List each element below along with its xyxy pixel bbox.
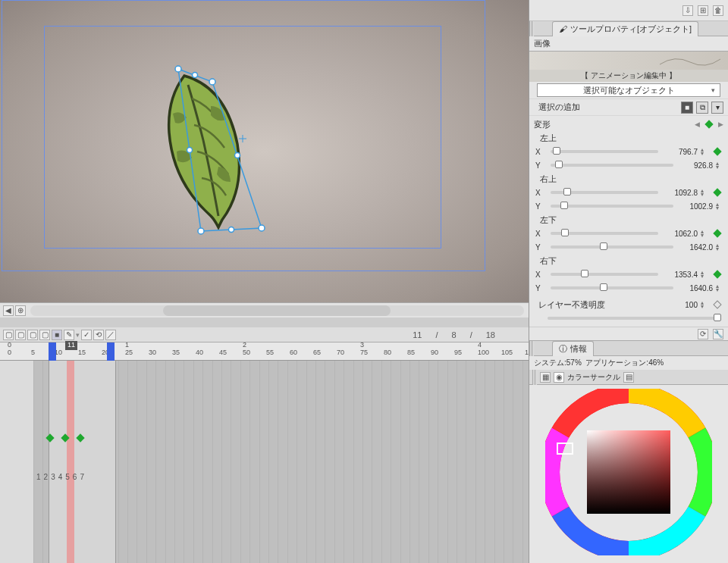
tl-sep: ▾ [76,331,80,339]
tool-property-tab[interactable]: 🖌 ツールプロパティ[オブジェクト] [552,21,698,36]
leaf-artwork[interactable] [150,68,279,235]
color-drag-handle[interactable] [532,370,537,385]
bl-keyframe[interactable] [713,229,721,237]
next-key-icon[interactable]: ▶ [718,120,723,128]
spin-icon[interactable]: ▴▾ [701,148,708,155]
preview-strip [529,52,728,70]
layer-opacity-label: レイヤー不透明度 [534,299,661,311]
bl-y-value[interactable]: 1642.0 [679,243,713,252]
tl-x-slider[interactable] [551,150,658,153]
scroll-left-icon[interactable]: ◀ [3,305,14,316]
bottom-right-label: 右下 [534,255,723,267]
timeline-ruler[interactable]: 0510152025303540455055606570758085909510… [0,342,529,361]
image-section-label: 画像 [534,38,551,49]
color-circle-label: カラーサークル [567,372,620,383]
trash-icon[interactable]: 🗑 [713,5,723,16]
reset-icon[interactable]: ⟳ [698,329,708,339]
timeline-panel: ▢ ▢ ▢ ▢ ■ ✎ ▾ ✓ ⟲ ／ 11 / 8 / 18 05101520… [0,327,529,563]
panel-top-icons: ⇩ ⊞ 🗑 [529,0,728,21]
br-x-slider[interactable] [551,273,658,276]
zoom-reset-icon[interactable]: ⊕ [15,305,26,316]
transform-keyframe-icon[interactable] [704,120,713,128]
tl-btn-1[interactable]: ▢ [3,330,14,340]
tr-x-slider[interactable] [551,191,658,194]
tl-btn-2[interactable]: ▢ [15,330,26,340]
playhead[interactable] [67,361,74,563]
dock-in-icon[interactable]: ⇩ [682,5,693,16]
br-x-value[interactable]: 1353.4 [664,271,698,279]
canvas-viewport[interactable] [0,0,529,302]
opacity-slider[interactable] [548,317,720,320]
scrollbar-thumb[interactable] [163,305,391,316]
tl-pencil-icon[interactable]: ✎ [64,330,74,340]
bottom-left-label: 左下 [534,214,723,227]
sel-mode-sub-icon[interactable]: ▾ [711,102,723,114]
clip-end-marker[interactable] [107,342,115,361]
br-y-value[interactable]: 1640.6 [679,284,713,292]
br-y-slider[interactable] [551,286,673,289]
tl-loop-icon[interactable]: ⟲ [93,330,104,340]
color-slider-icon[interactable]: ▤ [623,372,634,383]
opacity-keyframe-empty[interactable] [713,300,721,308]
color-circle-picker[interactable] [529,385,728,559]
cel-numbers: 1234567 [36,473,84,481]
tl-edit-icon[interactable]: ／ [105,330,116,340]
tr-keyframe[interactable] [713,188,721,196]
bl-x-slider[interactable] [551,232,658,235]
scrollbar-track[interactable] [30,305,524,316]
tl-y-value[interactable]: 926.8 [679,161,713,170]
sel-mode-add-icon[interactable]: ⧉ [696,102,708,114]
timeline-tracks[interactable]: 1234567 [0,361,529,563]
color-set-icon[interactable]: ▦ [540,372,551,383]
bl-y-slider[interactable] [551,246,673,249]
top-right-label: 右上 [534,174,723,186]
memory-info-line: システム:57% アプリケーション:46% [529,356,728,370]
tr-y-value[interactable]: 1002.9 [679,202,713,211]
info-tab[interactable]: ⓘ 情報 [552,341,594,356]
timeline-toolbar: ▢ ▢ ▢ ▢ ■ ✎ ▾ ✓ ⟲ ／ 11 / 8 / 18 [0,327,529,342]
prev-key-icon[interactable]: ◀ [695,120,700,128]
clip-start-marker[interactable] [49,342,56,361]
wave-preview-icon [660,53,720,68]
tr-x-value[interactable]: 1092.8 [664,189,698,197]
tl-btn-3[interactable]: ▢ [27,330,38,340]
dock-out-icon[interactable]: ⊞ [698,5,708,16]
active-range [49,361,115,563]
top-left-label: 左上 [534,133,723,145]
info-drag-handle[interactable] [529,341,534,356]
total-frame: 18 [486,330,495,339]
bl-x-value[interactable]: 1062.0 [664,230,698,238]
current-frame: 11 [413,330,422,339]
canvas-horizontal-scrollbar[interactable]: ◀ ⊕ [0,302,529,317]
panel-drag-handle[interactable] [529,21,534,36]
brush-icon: 🖌 [559,24,567,33]
animation-editing-banner: 【 アニメーション編集中 】 [529,70,728,82]
info-icon: ⓘ [559,343,567,355]
selectable-object-dropdown[interactable]: 選択可能なオブジェクト [537,83,720,97]
tl-y-slider[interactable] [551,164,673,167]
opacity-value[interactable]: 100 [664,301,698,309]
playhead-label: 11 [65,341,77,350]
color-circle-tab-active[interactable]: ◉ [554,372,564,383]
selection-add-label: 選択の追加 [534,102,678,113]
track-header-col [0,361,33,563]
tl-btn-4[interactable]: ▢ [39,330,50,340]
wrench-icon[interactable]: 🔧 [713,329,723,339]
tr-y-slider[interactable] [551,205,673,208]
sel-mode-new-icon[interactable]: ■ [681,102,693,114]
tl-check-icon[interactable]: ✓ [81,330,92,340]
tl-btn-active[interactable]: ■ [52,330,62,340]
tl-keyframe[interactable] [713,147,721,155]
tl-x-value[interactable]: 796.7 [664,148,698,156]
transform-section-label: 変形 [534,119,692,130]
page-frame: 8 [452,330,457,339]
br-keyframe[interactable] [713,270,721,278]
svg-rect-11 [587,430,670,514]
